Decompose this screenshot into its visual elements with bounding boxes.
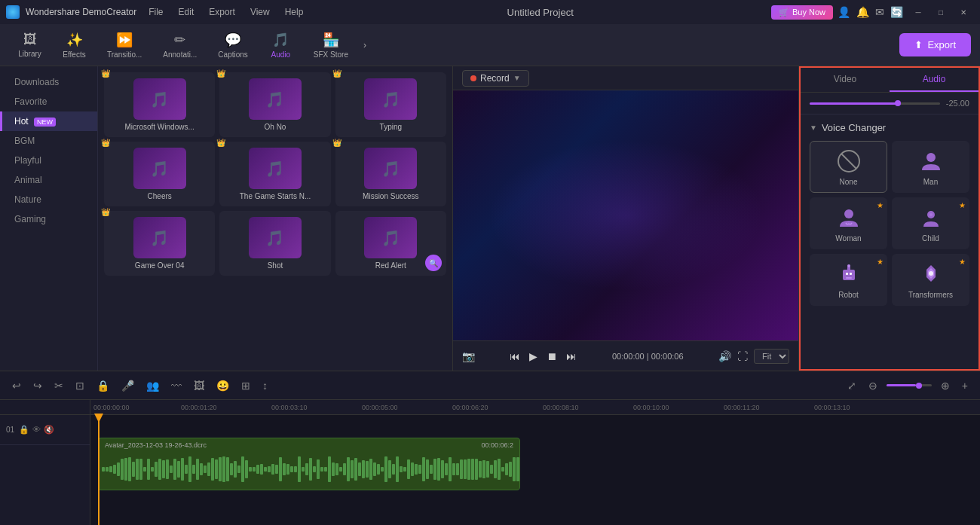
export-button[interactable]: ⬆ Export [899, 33, 971, 56]
voice-option-none[interactable]: None [810, 141, 887, 193]
audio-card-go[interactable]: 👑🎵Game Over 04 [104, 211, 215, 276]
voice-option-child[interactable]: ★ Child [892, 197, 969, 249]
waveform-bar [437, 458, 440, 481]
play-button[interactable]: ▶ [529, 350, 537, 362]
mail-icon[interactable]: ✉ [875, 6, 884, 18]
menu-view[interactable]: View [244, 5, 276, 19]
video-track[interactable]: Avatar_2023-12-03 19-26-43.dcrc 00:00:06… [98, 438, 520, 490]
search-overlay-button[interactable]: 🔍 [425, 255, 442, 271]
fullscreen-button[interactable]: ⛶ [737, 350, 748, 362]
crown-badge-tg: 👑 [216, 139, 225, 147]
toolbar-transitions[interactable]: ⏩ Transitio... [98, 27, 151, 63]
trim-button[interactable]: ⊡ [72, 378, 87, 393]
zoom-out-button[interactable]: ⊖ [865, 378, 880, 393]
menu-edit[interactable]: Edit [173, 5, 201, 19]
playhead-marker [94, 414, 103, 423]
volume-icon[interactable]: 🔊 [718, 350, 731, 362]
waveform-bar [403, 467, 406, 472]
toolbar-audio[interactable]: 🎵 Audio [260, 27, 302, 63]
undo-button[interactable]: ↩ [9, 378, 24, 393]
menu-file[interactable]: File [142, 5, 169, 19]
menu-export[interactable]: Export [203, 5, 241, 19]
toolbar-annotations[interactable]: ✏ Annotati... [154, 27, 206, 63]
add-track-button[interactable]: + [959, 378, 971, 393]
sidebar-item-playful[interactable]: Playful [0, 151, 97, 170]
arrow-button[interactable]: ↕ [259, 378, 271, 393]
tab-audio[interactable]: Audio [890, 68, 978, 92]
buy-now-button[interactable]: 🛒 Buy Now [771, 5, 833, 20]
screenshot-button[interactable]: 📷 [462, 350, 475, 362]
audio-card-ra[interactable]: 🎵Red Alert🔍 [335, 211, 446, 276]
none-voice-icon [835, 148, 862, 175]
maximize-button[interactable]: □ [930, 5, 951, 20]
minimize-button[interactable]: ─ [908, 5, 929, 20]
expand-timeline-button[interactable]: ⤢ [844, 378, 859, 393]
audio-card-tg[interactable]: 👑🎵The Game Starts N... [219, 142, 330, 206]
menu-help[interactable]: Help [279, 5, 310, 19]
waveform-bar [471, 459, 474, 480]
voice-option-man[interactable]: Man [892, 141, 969, 193]
toolbar-effects[interactable]: ✨ Effects [54, 27, 95, 63]
mic-button[interactable]: 🎤 [118, 378, 137, 393]
track-duration: 00:00:06:2 [481, 441, 513, 449]
split-button[interactable]: ⊞ [238, 378, 253, 393]
sidebar-item-bgm[interactable]: BGM [0, 131, 97, 151]
cut-button[interactable]: ✂ [51, 378, 66, 393]
wave-button[interactable]: 〰 [168, 378, 185, 393]
voice-option-robot[interactable]: ★ Robot [810, 254, 887, 306]
people-button[interactable]: 👥 [143, 378, 162, 393]
toolbar-captions[interactable]: 💬 Captions [209, 27, 256, 63]
voice-option-transformers[interactable]: ★ Transformers [892, 254, 969, 306]
user-icon[interactable]: 👤 [838, 6, 850, 18]
hot-new-badge: NEW [34, 118, 56, 127]
zoom-slider[interactable] [887, 384, 932, 386]
waveform-bar [200, 463, 203, 475]
track-lock-icon[interactable]: 🔒 [19, 425, 29, 435]
ruler-mark-6: 00:00:10:00 [633, 404, 669, 411]
project-title: Untitled Project [507, 7, 574, 18]
sidebar-item-hot[interactable]: Hot NEW [0, 111, 97, 131]
toolbar-more-button[interactable]: › [363, 40, 366, 50]
sidebar-item-animal[interactable]: Animal [0, 170, 97, 190]
toolbar-sfx[interactable]: 🏪 SFX Store [305, 27, 357, 63]
track-mute-icon[interactable]: 🔇 [44, 425, 54, 435]
audio-card-ms[interactable]: 👑🎵Mission Success [335, 142, 446, 206]
voice-option-woman[interactable]: ★ Woman [810, 197, 887, 249]
audio-card-ty[interactable]: 👑🎵Typing [335, 72, 446, 137]
sidebar-item-gaming[interactable]: Gaming [0, 209, 97, 229]
svg-point-11 [847, 264, 850, 267]
audio-card-sh[interactable]: 🎵Shot [219, 211, 330, 276]
zoom-in-button[interactable]: ⊕ [938, 378, 953, 393]
waveform-bar [204, 465, 207, 474]
sidebar-item-nature[interactable]: Nature [0, 190, 97, 209]
image-button[interactable]: 🖼 [191, 378, 207, 393]
fit-select[interactable]: Fit [754, 349, 789, 364]
volume-slider[interactable] [810, 102, 940, 105]
emoji-button[interactable]: 😀 [213, 378, 232, 393]
sidebar-item-downloads[interactable]: Downloads [0, 72, 97, 92]
audio-card-on[interactable]: 👑🎵Oh No [219, 72, 330, 137]
record-button[interactable]: Record ▼ [462, 70, 529, 87]
redo-button[interactable]: ↪ [30, 378, 45, 393]
svg-point-14 [929, 271, 933, 276]
audio-card-ch[interactable]: 👑🎵Cheers [104, 142, 215, 206]
audio-thumb-tg: 🎵 [249, 148, 302, 189]
updates-icon[interactable]: 🔄 [890, 6, 903, 18]
close-button[interactable]: ✕ [953, 5, 974, 20]
rewind-button[interactable]: ⏮ [510, 350, 520, 362]
timeline-ruler: 00:00:00:00 00:00:01:20 00:00:03:10 00:0… [90, 400, 980, 415]
timeline-playhead[interactable] [98, 415, 100, 525]
toolbar-library[interactable]: 🖼 Library [9, 27, 51, 63]
waveform-bar [185, 465, 188, 475]
audio-card-mw[interactable]: 👑🎵Microsoft Windows... [104, 72, 215, 137]
notifications-icon[interactable]: 🔔 [856, 6, 869, 18]
waveform-bar [207, 462, 210, 476]
waveform-bar [139, 459, 142, 480]
sidebar-item-favorite[interactable]: Favorite [0, 92, 97, 111]
track-eye-icon[interactable]: 👁 [32, 425, 41, 435]
lock-button[interactable]: 🔒 [93, 378, 112, 393]
tab-video[interactable]: Video [801, 68, 890, 92]
stop-button[interactable]: ⏹ [547, 350, 557, 362]
fast-forward-button[interactable]: ⏭ [566, 350, 577, 362]
vc-collapse-icon[interactable]: ▼ [810, 124, 817, 132]
